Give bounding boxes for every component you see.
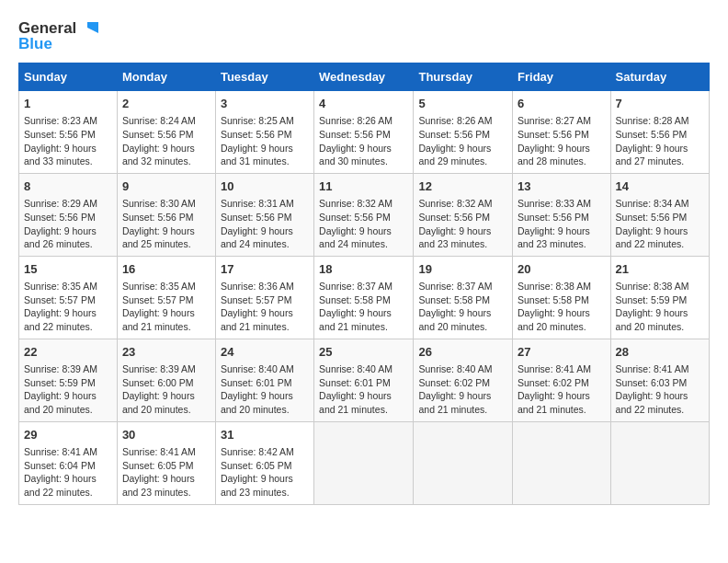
day-number: 5: [418, 96, 507, 112]
day-number: 10: [221, 178, 309, 195]
day-number: 1: [24, 96, 112, 112]
calendar-cell: 4Sunrise: 8:26 AMSunset: 5:56 PMDaylight…: [314, 91, 414, 174]
calendar-cell: 14Sunrise: 8:34 AMSunset: 5:56 PMDayligh…: [610, 173, 709, 256]
sunset-text: Sunset: 5:56 PM: [122, 129, 194, 140]
page-header: General Blue: [18, 18, 710, 53]
daylight-text: Daylight: 9 hours and 22 minutes.: [24, 307, 97, 332]
calendar-cell: 2Sunrise: 8:24 AMSunset: 5:56 PMDaylight…: [117, 91, 215, 174]
sunset-text: Sunset: 5:59 PM: [616, 294, 688, 305]
calendar-cell: 23Sunrise: 8:39 AMSunset: 6:00 PMDayligh…: [117, 339, 215, 421]
daylight-text: Daylight: 9 hours and 30 minutes.: [319, 143, 392, 167]
sunrise-text: Sunrise: 8:36 AM: [221, 281, 294, 292]
day-number: 13: [518, 178, 606, 195]
daylight-text: Daylight: 9 hours and 21 minutes.: [122, 307, 195, 332]
calendar-cell: 27Sunrise: 8:41 AMSunset: 6:02 PMDayligh…: [513, 339, 611, 421]
calendar-cell: 20Sunrise: 8:38 AMSunset: 5:58 PMDayligh…: [513, 256, 611, 339]
daylight-text: Daylight: 9 hours and 21 minutes.: [319, 307, 392, 332]
sunset-text: Sunset: 5:56 PM: [122, 212, 194, 223]
calendar-cell: 29Sunrise: 8:41 AMSunset: 6:04 PMDayligh…: [19, 421, 118, 504]
sunset-text: Sunset: 5:56 PM: [319, 212, 391, 223]
sunset-text: Sunset: 5:56 PM: [24, 212, 96, 223]
sunrise-text: Sunrise: 8:38 AM: [616, 281, 689, 292]
daylight-text: Daylight: 9 hours and 23 minutes.: [122, 473, 195, 498]
daylight-text: Daylight: 9 hours and 20 minutes.: [616, 307, 688, 332]
sunrise-text: Sunrise: 8:29 AM: [24, 198, 97, 209]
calendar-cell: [610, 421, 709, 504]
calendar-cell: 10Sunrise: 8:31 AMSunset: 5:56 PMDayligh…: [215, 173, 313, 256]
sunset-text: Sunset: 6:05 PM: [122, 460, 194, 471]
calendar-cell: [414, 421, 513, 504]
sunset-text: Sunset: 5:58 PM: [418, 294, 490, 305]
sunset-text: Sunset: 5:56 PM: [518, 129, 589, 140]
col-header-wednesday: Wednesday: [314, 63, 414, 91]
calendar-cell: 21Sunrise: 8:38 AMSunset: 5:59 PMDayligh…: [610, 256, 709, 339]
calendar-cell: 19Sunrise: 8:37 AMSunset: 5:58 PMDayligh…: [414, 256, 513, 339]
sunrise-text: Sunrise: 8:40 AM: [418, 363, 492, 374]
col-header-saturday: Saturday: [610, 63, 709, 91]
calendar-cell: 5Sunrise: 8:26 AMSunset: 5:56 PMDaylight…: [414, 91, 513, 174]
sunrise-text: Sunrise: 8:42 AM: [221, 446, 294, 457]
sunset-text: Sunset: 6:04 PM: [24, 460, 96, 471]
sunrise-text: Sunrise: 8:26 AM: [319, 115, 392, 126]
day-number: 7: [616, 96, 704, 112]
calendar-week-row: 1Sunrise: 8:23 AMSunset: 5:56 PMDaylight…: [19, 91, 710, 174]
day-number: 20: [518, 261, 606, 278]
calendar-cell: [513, 421, 611, 504]
calendar-cell: 6Sunrise: 8:27 AMSunset: 5:56 PMDaylight…: [513, 91, 611, 174]
col-header-friday: Friday: [513, 63, 611, 91]
calendar-table: SundayMondayTuesdayWednesdayThursdayFrid…: [18, 63, 710, 505]
daylight-text: Daylight: 9 hours and 24 minutes.: [221, 225, 293, 250]
calendar-cell: 13Sunrise: 8:33 AMSunset: 5:56 PMDayligh…: [513, 173, 611, 256]
day-number: 23: [122, 344, 210, 361]
sunset-text: Sunset: 5:56 PM: [418, 129, 490, 140]
sunset-text: Sunset: 6:01 PM: [221, 377, 292, 388]
daylight-text: Daylight: 9 hours and 20 minutes.: [122, 390, 195, 415]
sunrise-text: Sunrise: 8:28 AM: [616, 115, 689, 126]
svg-marker-0: [87, 22, 98, 33]
calendar-cell: 31Sunrise: 8:42 AMSunset: 6:05 PMDayligh…: [215, 421, 313, 504]
sunrise-text: Sunrise: 8:40 AM: [319, 363, 392, 374]
daylight-text: Daylight: 9 hours and 23 minutes.: [418, 225, 491, 250]
day-number: 21: [616, 261, 704, 278]
day-number: 31: [221, 427, 309, 443]
sunset-text: Sunset: 6:01 PM: [319, 377, 391, 388]
calendar-cell: 9Sunrise: 8:30 AMSunset: 5:56 PMDaylight…: [117, 173, 215, 256]
daylight-text: Daylight: 9 hours and 20 minutes.: [24, 390, 97, 415]
daylight-text: Daylight: 9 hours and 29 minutes.: [418, 143, 491, 167]
day-number: 22: [24, 344, 112, 361]
sunset-text: Sunset: 5:58 PM: [319, 294, 391, 305]
daylight-text: Daylight: 9 hours and 20 minutes.: [418, 307, 491, 332]
sunrise-text: Sunrise: 8:35 AM: [24, 281, 97, 292]
day-number: 26: [418, 344, 507, 361]
day-number: 9: [122, 178, 210, 195]
sunrise-text: Sunrise: 8:41 AM: [24, 446, 97, 457]
calendar-week-row: 22Sunrise: 8:39 AMSunset: 5:59 PMDayligh…: [19, 339, 710, 421]
sunrise-text: Sunrise: 8:24 AM: [122, 115, 196, 126]
day-number: 15: [24, 261, 112, 278]
daylight-text: Daylight: 9 hours and 23 minutes.: [221, 473, 293, 498]
col-header-sunday: Sunday: [19, 63, 118, 91]
col-header-monday: Monday: [117, 63, 215, 91]
sunrise-text: Sunrise: 8:27 AM: [518, 115, 591, 126]
calendar-cell: 26Sunrise: 8:40 AMSunset: 6:02 PMDayligh…: [414, 339, 513, 421]
sunset-text: Sunset: 5:57 PM: [24, 294, 96, 305]
day-number: 16: [122, 261, 210, 278]
calendar-cell: 25Sunrise: 8:40 AMSunset: 6:01 PMDayligh…: [314, 339, 414, 421]
sunrise-text: Sunrise: 8:37 AM: [418, 281, 492, 292]
sunrise-text: Sunrise: 8:40 AM: [221, 363, 294, 374]
sunset-text: Sunset: 5:56 PM: [418, 212, 490, 223]
calendar-cell: 17Sunrise: 8:36 AMSunset: 5:57 PMDayligh…: [215, 256, 313, 339]
calendar-cell: 15Sunrise: 8:35 AMSunset: 5:57 PMDayligh…: [19, 256, 118, 339]
day-number: 14: [616, 178, 704, 195]
day-number: 27: [518, 344, 606, 361]
sunrise-text: Sunrise: 8:32 AM: [418, 198, 492, 209]
calendar-cell: 7Sunrise: 8:28 AMSunset: 5:56 PMDaylight…: [610, 91, 709, 174]
sunset-text: Sunset: 6:05 PM: [221, 460, 292, 471]
daylight-text: Daylight: 9 hours and 25 minutes.: [122, 225, 195, 250]
day-number: 2: [122, 96, 210, 112]
day-number: 30: [122, 427, 210, 443]
sunset-text: Sunset: 5:56 PM: [616, 212, 688, 223]
sunrise-text: Sunrise: 8:31 AM: [221, 198, 294, 209]
daylight-text: Daylight: 9 hours and 22 minutes.: [616, 225, 688, 250]
sunset-text: Sunset: 6:02 PM: [518, 377, 589, 388]
